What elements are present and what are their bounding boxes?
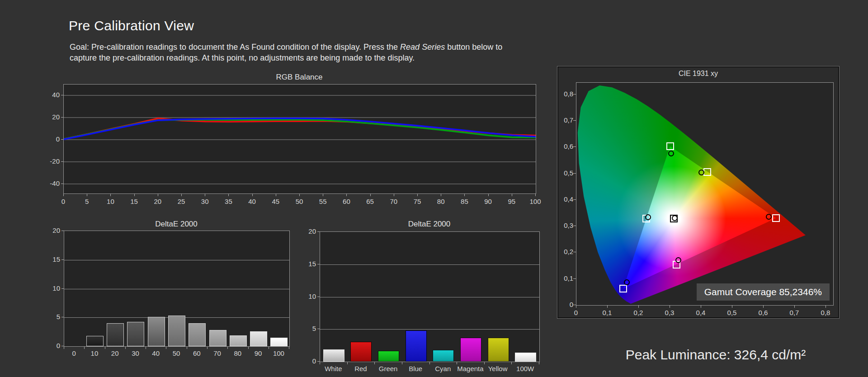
rgb-x-tick [276, 194, 276, 196]
deltae-y-tick [317, 361, 320, 362]
cie-x-label: 0,5 [723, 309, 741, 316]
cie-y-tick [573, 199, 576, 200]
deltae-y-tick [61, 288, 64, 289]
deltae-y-label: 0 [300, 357, 316, 365]
rgb-y-label: -20 [43, 157, 60, 165]
rgb-x-label: 20 [149, 198, 167, 205]
deltae-gridline [320, 264, 539, 265]
deltae-x-tick [511, 362, 512, 364]
rgb-balance-title: RGB Balance [63, 73, 535, 82]
cie-y-tick [573, 278, 576, 279]
cie-y-tick [573, 94, 576, 94]
rgb-x-label: 15 [125, 198, 143, 205]
deltae-x-tick [402, 362, 402, 364]
rgb-x-label: 10 [101, 198, 119, 205]
rgb-x-label: 65 [361, 198, 379, 205]
rgb-x-label: 35 [219, 198, 237, 205]
rgb-y-label: -40 [43, 179, 60, 187]
cie-y-label: 0 [559, 301, 573, 308]
rgb-x-tick [181, 194, 182, 196]
cie-x-label: 0,6 [754, 309, 772, 316]
rgb-x-label: 40 [243, 198, 261, 205]
deltae-y-label: 10 [44, 284, 60, 292]
rgb-x-tick [87, 194, 87, 196]
cie-x-label: 0,2 [629, 309, 647, 316]
deltae-x-tick [166, 347, 166, 349]
goal-line1-start: Goal: Pre-calibration readings to docume… [70, 42, 400, 52]
deltae-bar-blue [406, 330, 427, 362]
deltae-y-label: 0 [44, 342, 60, 349]
cie-x-label: 0,8 [816, 309, 835, 316]
rgb-x-tick [228, 194, 229, 196]
deltae-x-label: Magenta [455, 365, 486, 372]
deltae-x-tick [207, 347, 208, 349]
deltae-x-tick [289, 347, 289, 349]
rgb-y-tick [61, 117, 63, 118]
rgb-y-tick [61, 139, 63, 140]
green-balance-line [64, 120, 536, 139]
cie-y-tick [573, 146, 576, 147]
deltae-x-label: 100W [510, 365, 541, 372]
grayscale-deltae-plot [64, 231, 290, 347]
deltae-x-tick [347, 362, 348, 364]
rgb-x-tick [370, 194, 371, 196]
deltae-x-label: Green [373, 365, 404, 372]
deltae-bar-10 [86, 336, 104, 346]
rgb-x-tick [63, 194, 64, 196]
deltae-y-label: 5 [44, 313, 60, 320]
deltae-bar-70 [209, 330, 226, 346]
rgb-x-label: 100 [526, 198, 544, 205]
cie-x-label: 0 [567, 309, 585, 316]
rgb-x-label: 5 [78, 198, 96, 205]
rgb-balance-plot [63, 84, 536, 194]
rgb-x-label: 45 [267, 198, 285, 205]
blue-measured [624, 279, 630, 285]
deltae-x-tick [429, 362, 430, 364]
cie-y-tick [573, 120, 576, 121]
rgb-x-tick [110, 194, 111, 196]
rgb-x-tick [346, 194, 347, 196]
deltae-x-tick [105, 347, 105, 349]
rgb-x-tick [488, 194, 489, 196]
cie-x-tick [638, 305, 639, 308]
cie-y-label: 0,6 [559, 142, 573, 150]
cie-x-tick [670, 305, 670, 308]
deltae-bar-cyan [433, 350, 454, 362]
deltae-bar-100w [515, 353, 536, 362]
rgb-x-tick [441, 194, 441, 196]
deltae-y-tick [61, 317, 64, 317]
deltae-x-tick [187, 347, 187, 349]
cie-x-label: 0,7 [785, 309, 803, 316]
deltae-x-label: Blue [400, 365, 431, 372]
deltae-x-tick [484, 362, 485, 364]
deltae-gridline [320, 297, 539, 297]
deltae-x-tick [227, 347, 228, 349]
deltae-x-label: 100 [263, 349, 294, 357]
deltae-bar-green [378, 351, 399, 362]
rgb-y-label: 20 [43, 113, 60, 121]
deltae-y-tick [61, 231, 64, 231]
rgb-x-label: 70 [385, 198, 403, 205]
cie-x-tick [732, 305, 732, 308]
deltae-x-tick [248, 347, 249, 349]
yellow-measured [698, 170, 704, 175]
deltae-y-label: 5 [300, 325, 316, 332]
rgb-x-label: 60 [337, 198, 355, 205]
deltae-y-tick [317, 231, 320, 232]
deltae-x-tick [146, 347, 146, 349]
rgb-x-label: 30 [196, 198, 214, 205]
rgb-x-tick [512, 194, 512, 196]
cie-y-label: 0,7 [559, 116, 573, 124]
rgb-x-tick [394, 194, 394, 196]
page-title: Pre Calibration View [69, 18, 194, 33]
deltae-bar-60 [189, 323, 206, 346]
deltae-bar-30 [127, 322, 144, 346]
red-balance-line [64, 118, 536, 139]
rgb-y-label: 40 [43, 91, 60, 99]
rgb-x-tick [134, 194, 135, 196]
cie-y-label: 0,4 [559, 195, 573, 203]
rgb-x-label: 0 [54, 198, 72, 205]
cie-y-label: 0,2 [559, 248, 573, 255]
deltae-bar-yellow [488, 338, 509, 362]
rgb-y-tick [61, 184, 63, 184]
